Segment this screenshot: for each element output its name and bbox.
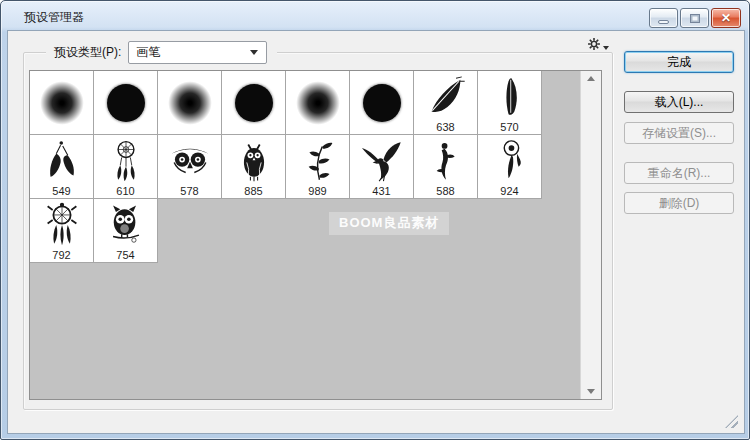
vertical-scrollbar[interactable] (580, 71, 601, 399)
brush-preset-885[interactable]: 885 (222, 135, 286, 199)
brush-size-label: 588 (414, 185, 477, 197)
brush-preset-soft-round-2[interactable] (158, 71, 222, 135)
rename-button[interactable]: 重命名(R)... (624, 162, 734, 184)
scroll-up-icon[interactable] (587, 76, 595, 81)
brush-preset-588[interactable]: 588 (414, 135, 478, 199)
brush-preset-hard-round-3[interactable] (222, 71, 286, 135)
preset-manager-dialog: 预设管理器 ✕ 预设类型(P): 画笔 63857054 (0, 0, 750, 440)
brush-size-label: 924 (478, 185, 541, 197)
panel-menu-button[interactable] (587, 37, 609, 51)
dreamcatcher-thumbnail (94, 138, 157, 184)
chevron-down-icon (250, 50, 258, 55)
hard-round-thumbnail (363, 84, 401, 122)
brush-preset-570[interactable]: 570 (478, 71, 542, 135)
turtle-dreamcatcher-thumbnail (30, 202, 93, 248)
brush-preset-638[interactable]: 638 (414, 71, 478, 135)
save-set-button[interactable]: 存储设置(S)... (624, 122, 734, 144)
minimize-icon (658, 20, 669, 24)
brush-preset-431[interactable]: 431 (350, 135, 414, 199)
hard-round-thumbnail (235, 84, 273, 122)
maximize-button[interactable] (680, 8, 709, 28)
soft-round-thumbnail (168, 81, 212, 125)
delete-button[interactable]: 删除(D) (624, 192, 734, 214)
preset-grid-container: 638570549610578885989431588924792754 BOO… (29, 70, 602, 400)
maximize-icon (690, 14, 700, 23)
brush-size-label: 638 (414, 121, 477, 133)
owl-cute-thumbnail (94, 202, 157, 248)
brush-preset-soft-round-4[interactable] (286, 71, 350, 135)
brush-size-label: 885 (222, 185, 285, 197)
close-icon: ✕ (721, 12, 731, 24)
done-button[interactable]: 完成 (624, 51, 734, 73)
owl-face-thumbnail (158, 138, 221, 184)
brush-size-label: 549 (30, 185, 93, 197)
feather-diagonal-thumbnail (414, 74, 477, 120)
load-button[interactable]: 载入(L)... (624, 91, 734, 113)
brush-size-label: 610 (94, 185, 157, 197)
brush-preset-soft-round-0[interactable] (30, 71, 94, 135)
brush-preset-578[interactable]: 578 (158, 135, 222, 199)
preset-type-row: 预设类型(P): 画笔 (46, 39, 277, 65)
soft-round-thumbnail (296, 81, 340, 125)
close-button[interactable]: ✕ (711, 8, 741, 28)
flying-bird-thumbnail (350, 138, 413, 184)
floral-spray-thumbnail (286, 138, 349, 184)
brush-preset-792[interactable]: 792 (30, 199, 94, 263)
brush-size-label: 431 (350, 185, 413, 197)
brush-preset-hard-round-1[interactable] (94, 71, 158, 135)
brush-preset-924[interactable]: 924 (478, 135, 542, 199)
resize-grip-icon[interactable] (725, 415, 738, 428)
dreamcatcher-feather-thumbnail (478, 138, 541, 184)
brush-size-label: 578 (158, 185, 221, 197)
brush-size-label: 989 (286, 185, 349, 197)
brush-grid: 638570549610578885989431588924792754 (30, 71, 580, 399)
hard-round-thumbnail (107, 84, 145, 122)
brush-size-label: 570 (478, 121, 541, 133)
soft-round-thumbnail (40, 81, 84, 125)
title-bar[interactable]: 预设管理器 ✕ (1, 1, 749, 31)
brush-preset-hard-round-5[interactable] (350, 71, 414, 135)
window-title: 预设管理器 (24, 9, 84, 26)
feather-beads-thumbnail (30, 138, 93, 184)
brush-preset-549[interactable]: 549 (30, 135, 94, 199)
minimize-button[interactable] (649, 8, 678, 28)
watermark: BOOM良品素材 (329, 212, 449, 235)
preset-type-label: 预设类型(P): (54, 44, 121, 61)
feather-vertical-thumbnail (478, 74, 541, 120)
brush-size-label: 754 (94, 249, 157, 261)
preset-type-value: 画笔 (129, 44, 160, 61)
gear-icon (587, 37, 601, 51)
dialog-body: 预设类型(P): 画笔 6385705496105788859894315889… (8, 31, 744, 433)
caret-down-icon (603, 46, 609, 50)
bird-floral-thumbnail (414, 138, 477, 184)
scroll-down-icon[interactable] (587, 389, 595, 394)
preset-type-select[interactable]: 画笔 (128, 41, 267, 64)
brush-preset-989[interactable]: 989 (286, 135, 350, 199)
owl-standing-thumbnail (222, 138, 285, 184)
brush-preset-754[interactable]: 754 (94, 199, 158, 263)
brush-preset-610[interactable]: 610 (94, 135, 158, 199)
brush-size-label: 792 (30, 249, 93, 261)
action-buttons: 完成载入(L)...存储设置(S)...重命名(R)...删除(D) (624, 31, 738, 291)
